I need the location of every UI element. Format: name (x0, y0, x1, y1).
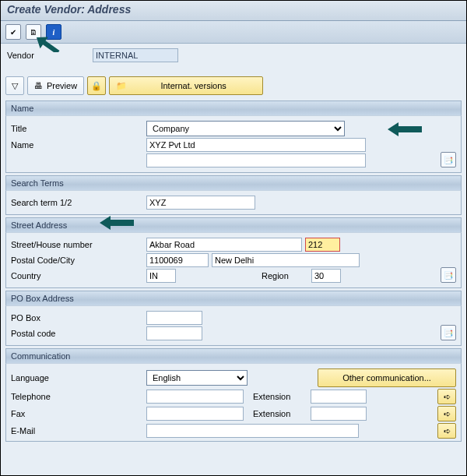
telephone-label: Telephone (11, 392, 143, 401)
pobox-heading: PO Box Address (5, 291, 462, 305)
system-toolbar: ✔ 🗎 i (1, 21, 466, 44)
street-heading: Street Address (5, 217, 462, 232)
intl-label: Internat. versions (131, 81, 256, 90)
check-icon[interactable]: ✔ (5, 24, 21, 40)
language-label: Language (11, 373, 143, 383)
action-toolbar: ▽ 🖶 Preview 🔒 📁 Internat. versions (1, 73, 466, 98)
telephone-input[interactable] (146, 390, 244, 404)
postal-label: Postal Code/City (11, 256, 143, 265)
region-input[interactable] (311, 269, 341, 283)
pobox-input[interactable] (146, 311, 202, 325)
lock-icon: 🔒 (91, 81, 102, 91)
search1-label: Search term 1/2 (11, 198, 143, 207)
email-input[interactable] (146, 424, 359, 438)
tel-ext-label: Extension (247, 392, 307, 401)
city-input[interactable] (212, 253, 360, 267)
street-body: Street/House number Postal Code/City Cou… (5, 232, 462, 288)
name-panel: Name Title Company Name 📑 (5, 100, 462, 173)
pobox-postal-label: Postal code (11, 329, 143, 338)
house-input[interactable] (305, 238, 340, 252)
language-select[interactable]: English (146, 370, 248, 386)
vendor-label: Vendor (7, 51, 85, 60)
lock-button[interactable]: 🔒 (87, 76, 106, 95)
tel-ext-input[interactable] (311, 390, 367, 404)
postal-input[interactable] (146, 253, 209, 267)
name2-input[interactable] (146, 153, 366, 167)
name-label: Name (11, 140, 143, 150)
region-label: Region (262, 271, 308, 280)
comm-body: Language English Other communication... … (5, 363, 462, 442)
info-icon[interactable]: i (46, 24, 61, 40)
search1-input[interactable] (146, 196, 255, 210)
search-heading: Search Terms (5, 175, 462, 190)
fax-ext-input[interactable] (311, 407, 367, 421)
title-select[interactable]: Company (146, 121, 345, 136)
page-title: Create Vendor: Address (7, 3, 131, 16)
preview-button[interactable]: 🖶 Preview (27, 76, 84, 95)
mark-icon[interactable]: ▽ (5, 76, 24, 95)
fax-ext-label: Extension (247, 409, 307, 418)
street-label: Street/House number (11, 240, 143, 249)
print-icon: 🖶 (34, 81, 43, 90)
pobox-panel: PO Box Address PO Box Postal code 📑 (5, 291, 462, 346)
title-label: Title (11, 124, 143, 133)
name-body: Title Company Name 📑 (5, 115, 462, 173)
highlight-arrow2-icon (100, 216, 134, 233)
folder-icon: 📁 (116, 81, 127, 91)
country-label: Country (11, 271, 143, 280)
name-heading: Name (5, 100, 462, 115)
pobox-label: PO Box (11, 313, 143, 323)
vendor-header: Vendor (1, 44, 466, 73)
fax-input[interactable] (146, 407, 244, 421)
pobox-postal-input[interactable] (146, 326, 202, 340)
preview-label: Preview (47, 81, 77, 90)
street-input[interactable] (146, 238, 302, 252)
expand-name-button[interactable]: 📑 (441, 152, 456, 167)
comm-panel: Communication Language English Other com… (5, 348, 462, 442)
street-panel: Street Address Street/House number Posta… (5, 217, 462, 288)
svg-marker-2 (100, 216, 134, 230)
search-body: Search term 1/2 (5, 190, 462, 215)
fax-more-button[interactable]: ➪ (437, 406, 456, 421)
expand-street-button[interactable]: 📑 (441, 267, 456, 283)
intl-versions-button[interactable]: 📁 Internat. versions (109, 76, 263, 95)
name-input[interactable] (146, 138, 366, 152)
search-panel: Search Terms Search term 1/2 (5, 175, 462, 215)
tel-more-button[interactable]: ➪ (437, 389, 456, 404)
country-input[interactable] (146, 269, 176, 283)
document-icon[interactable]: 🗎 (26, 24, 41, 40)
title-bar: Create Vendor: Address (1, 1, 466, 21)
email-more-button[interactable]: ➪ (437, 423, 456, 439)
fax-label: Fax (11, 409, 143, 418)
vendor-field (93, 48, 178, 62)
pobox-body: PO Box Postal code 📑 (5, 305, 462, 346)
email-label: E-Mail (11, 426, 143, 435)
expand-pobox-button[interactable]: 📑 (441, 325, 456, 340)
other-communication-button[interactable]: Other communication... (318, 368, 456, 387)
comm-heading: Communication (5, 348, 462, 363)
